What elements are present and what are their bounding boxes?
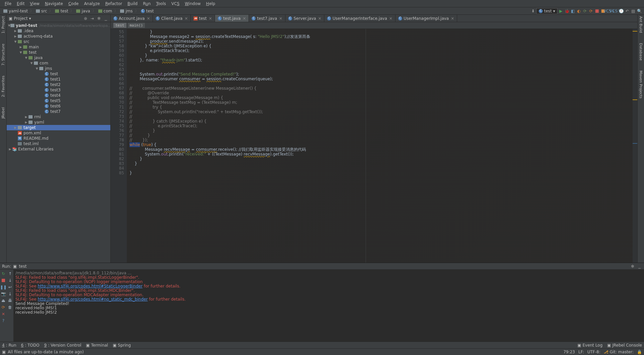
tree-item-src[interactable]: ▼src	[7, 39, 110, 44]
code-line[interactable]: // });	[127, 138, 633, 142]
breadcrumb-test[interactable]: Ctest	[140, 9, 155, 13]
tree-item-test.iml[interactable]: test.iml	[7, 141, 110, 146]
gear-icon[interactable]: ✻	[96, 16, 102, 21]
line-number[interactable]: 57	[111, 39, 124, 44]
console-link[interactable]: http://www.slf4j.org/codes.html#no_stati…	[38, 297, 148, 302]
tree-item-test[interactable]: ▼test	[7, 50, 110, 55]
code-line[interactable]: // public void onMessage(Message m) {	[127, 95, 633, 100]
breadcrumb-jms[interactable]: jms	[119, 9, 134, 13]
tab-close-icon[interactable]: ×	[147, 16, 150, 21]
tree-item-test7[interactable]: Ctest7	[7, 109, 110, 114]
tree-item-main[interactable]: ▶main	[7, 44, 110, 50]
console-line[interactable]: received:Hello JMS!1	[15, 306, 642, 310]
collapse-all-icon[interactable]: ⇥	[90, 16, 95, 21]
line-number[interactable]: 58	[111, 44, 124, 48]
down-icon[interactable]: ↓	[7, 278, 13, 283]
git-branch[interactable]: Git: master:	[610, 350, 634, 354]
line-number[interactable]: 81	[111, 152, 124, 157]
menu-tools[interactable]: Tools	[153, 1, 169, 7]
line-number-gutter[interactable]: 5556575859606162636465666768697071727374…	[111, 29, 127, 263]
tab-close-icon[interactable]: ×	[184, 16, 188, 21]
vcs-revert-icon[interactable]: ↶	[625, 8, 630, 14]
tree-item-test6[interactable]: Ctest6	[7, 103, 110, 109]
line-number[interactable]: 68	[111, 91, 124, 95]
line-number[interactable]: 84	[111, 166, 124, 171]
code-line[interactable]: System.out.println("Send Message Complet…	[127, 72, 633, 77]
tool-tab-ant-build[interactable]: Ant Build	[639, 16, 643, 33]
editor-tab-test.java[interactable]: Ctest.java×	[215, 15, 249, 22]
editor-tab-Account.java[interactable]: CAccount.java×	[111, 15, 153, 22]
tree-external-libs[interactable]: ▶📚External Libraries	[7, 146, 110, 152]
console-line[interactable]: SLF4J: See http://www.slf4j.org/codes.ht…	[15, 297, 642, 302]
menu-view[interactable]: View	[27, 1, 42, 7]
code-line[interactable]: // }	[127, 128, 633, 133]
line-number[interactable]: 83	[111, 161, 124, 166]
code-line[interactable]: }	[127, 53, 633, 58]
expand-arrow-icon[interactable]: ▼	[35, 67, 39, 70]
menu-edit[interactable]: Edit	[14, 1, 27, 7]
breadcrumb-test[interactable]: test	[54, 9, 69, 13]
clear-icon[interactable]: 🗑	[7, 305, 13, 310]
tree-item-test3[interactable]: Ctest3	[7, 87, 110, 93]
code-line[interactable]: Message recvMessage = comsumer.receive()…	[127, 147, 633, 152]
tree-item-test5[interactable]: Ctest5	[7, 98, 110, 103]
tool-tab-1--project[interactable]: 1: Project	[1, 16, 5, 34]
code-line[interactable]: producer.send(message2);	[127, 39, 633, 44]
code-line[interactable]: MessageConsumer comsumer = session.creat…	[127, 77, 633, 81]
tool-tab-maven-projects[interactable]: Maven Projects	[639, 71, 643, 98]
line-number[interactable]: 56	[111, 34, 124, 39]
tab-close-icon[interactable]: ×	[279, 16, 282, 21]
code-editor[interactable]: 5556575859606162636465666768697071727374…	[111, 29, 637, 263]
editor-tab-test7.java[interactable]: Ctest7.java×	[249, 15, 285, 22]
tool-tab-database[interactable]: Database	[639, 43, 643, 61]
menu-file[interactable]: File	[2, 1, 14, 7]
profile-button[interactable]: ◐	[576, 8, 582, 14]
dump-threads-button[interactable]: 📷	[1, 291, 6, 297]
line-number[interactable]: 66	[111, 81, 124, 86]
line-number[interactable]: 65	[111, 77, 124, 81]
code-line[interactable]: // @Override	[127, 91, 633, 95]
stop-button[interactable]	[594, 8, 600, 14]
menu-code[interactable]: Code	[66, 1, 82, 7]
line-number[interactable]: 55	[111, 30, 124, 34]
tree-item-test2[interactable]: Ctest2	[7, 82, 110, 87]
bottom-tool-version-control[interactable]: 9: Version Control	[44, 343, 81, 348]
line-number[interactable]: 80	[111, 147, 124, 152]
bottom-tool-event-log[interactable]: ▣ Event Log	[578, 343, 603, 348]
code-line[interactable]: // try {	[127, 105, 633, 109]
code-line[interactable]: //	[127, 114, 633, 119]
vcs-commit-icon[interactable]: VCS↑	[612, 8, 618, 14]
code-line[interactable]: while (true) {	[127, 142, 633, 147]
tree-root[interactable]: ▼yaml-test/media/simon/data/software/wor…	[7, 23, 110, 28]
editor-tab-UserManagerInterface.java[interactable]: CUserManagerInterface.java×	[324, 15, 395, 22]
line-number[interactable]: 59	[111, 48, 124, 53]
expand-arrow-icon[interactable]: ▶	[13, 29, 17, 33]
code-line[interactable]	[127, 67, 633, 72]
code-line[interactable]: e.printStackTrace();	[127, 48, 633, 53]
line-number[interactable]: 82	[111, 157, 124, 161]
run-button[interactable]: ▶	[558, 8, 564, 14]
code-line[interactable]	[127, 81, 633, 86]
expand-arrow-icon[interactable]: ▼	[24, 56, 28, 59]
tree-item-test4[interactable]: Ctest4	[7, 93, 110, 98]
exit-button[interactable]: ⏏	[1, 298, 6, 303]
tool-tab-7--structure[interactable]: 7: Structure	[1, 44, 5, 65]
tree-item-test1[interactable]: Ctest1	[7, 77, 110, 82]
gear-icon[interactable]: ✻	[630, 264, 635, 269]
code-line[interactable]: // e.printStackTrace();	[127, 124, 633, 128]
line-number[interactable]: 63	[111, 67, 124, 72]
menu-vcs[interactable]: VCS	[169, 1, 182, 7]
expand-arrow-icon[interactable]: ▶	[24, 121, 28, 124]
rerun-button[interactable]: ↻	[1, 271, 6, 276]
line-number[interactable]: 71	[111, 105, 124, 109]
project-structure-icon[interactable]: ▤	[631, 8, 636, 14]
console-output[interactable]: /media/simon/data/software/java/jdk1.8.0…	[13, 270, 644, 342]
print-icon[interactable]: 🖶	[7, 298, 13, 303]
breadcrumb-com[interactable]: com	[97, 9, 114, 13]
line-number[interactable]: 73	[111, 114, 124, 119]
console-line[interactable]: Send Message Completed!	[15, 302, 642, 306]
tree-item-java[interactable]: ▼java	[7, 55, 110, 60]
bottom-tool-spring[interactable]: ▣ Spring	[113, 343, 131, 348]
line-number[interactable]: 70	[111, 100, 124, 105]
help-icon[interactable]: ?	[1, 318, 6, 323]
